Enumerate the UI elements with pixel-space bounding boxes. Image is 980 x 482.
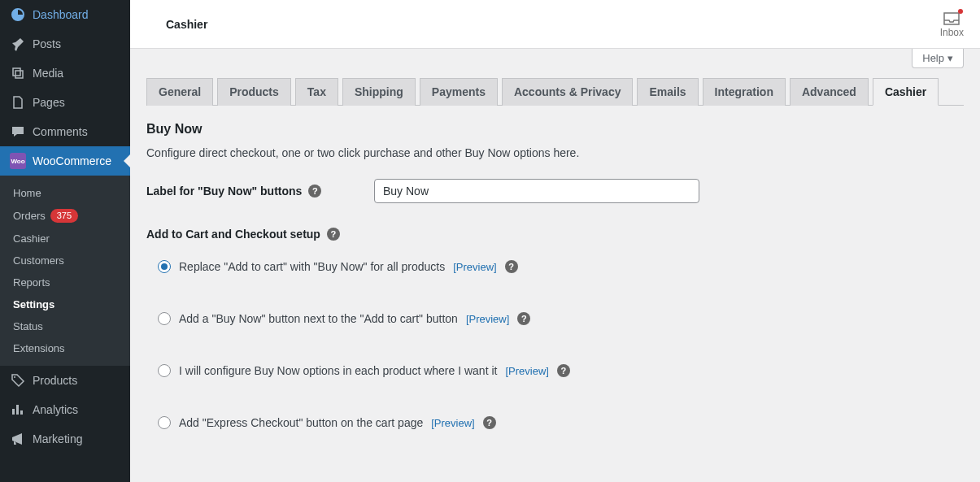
marketing-icon [10,431,26,447]
inbox-button[interactable]: Inbox [940,11,964,38]
pages-icon [10,94,26,111]
pin-icon [10,36,26,52]
submenu-item-label: Customers [13,254,64,267]
help-tab[interactable]: Help ▾ [912,49,964,68]
radio-label: Add "Express Checkout" button on the car… [179,416,423,429]
tab-shipping[interactable]: Shipping [342,78,416,106]
sidebar-item-pages[interactable]: Pages [0,88,130,117]
notification-dot-icon [958,9,963,14]
help-label: Help [922,52,944,64]
preview-link[interactable]: [Preview] [505,365,548,377]
tab-advanced[interactable]: Advanced [790,78,869,106]
settings-tabs: General Products Tax Shipping Payments A… [146,78,964,106]
sidebar-item-label: Dashboard [33,8,89,21]
sidebar-item-label: Media [33,67,63,80]
tab-emails[interactable]: Emails [637,78,698,106]
svg-point-0 [14,376,15,378]
header-bar: Cashier Inbox [130,0,980,49]
submenu-item-label: Status [13,320,43,332]
submenu-item-home[interactable]: Home [0,182,130,204]
sidebar-item-analytics[interactable]: Analytics [0,395,130,424]
radio-input[interactable] [158,312,171,325]
tab-accounts-privacy[interactable]: Accounts & Privacy [502,78,634,106]
submenu-item-orders[interactable]: Orders 375 [0,204,130,228]
analytics-icon [10,402,26,418]
main-content-area: Cashier Inbox Help ▾ General Products Ta… [130,0,980,482]
sidebar-item-label: Analytics [33,403,78,416]
help-tooltip-icon[interactable]: ? [557,364,570,377]
sidebar-item-label: Marketing [33,432,82,445]
admin-sidebar: Dashboard Posts Media Pages Comments Woo… [0,0,130,482]
submenu-item-label: Cashier [13,232,50,245]
buy-now-label-input[interactable] [374,179,699,203]
option-configure-per-product[interactable]: I will configure Buy Now options in each… [146,364,964,377]
submenu-item-status[interactable]: Status [0,315,130,337]
inbox-icon [942,11,961,27]
cart-setup-heading: Add to Cart and Checkout setup ? [146,228,964,241]
comments-icon [10,124,26,140]
tab-products[interactable]: Products [217,78,291,106]
sidebar-item-woocommerce[interactable]: Woo WooCommerce [0,146,130,176]
section-description: Configure direct checkout, one or two cl… [146,146,964,159]
submenu-item-settings[interactable]: Settings [0,293,130,315]
sidebar-item-media[interactable]: Media [0,59,130,88]
label-field-row: Label for "Buy Now" buttons ? [146,179,964,203]
dashboard-icon [10,7,26,23]
help-tooltip-icon[interactable]: ? [483,416,496,429]
woocommerce-icon: Woo [10,153,26,169]
preview-link[interactable]: [Preview] [466,313,509,325]
media-icon [10,65,26,81]
tab-general[interactable]: General [146,78,213,106]
submenu-item-label: Orders [13,210,46,222]
tab-cashier[interactable]: Cashier [873,78,939,106]
submenu-item-label: Extensions [13,342,65,354]
submenu-item-label: Settings [13,298,54,310]
help-tooltip-icon[interactable]: ? [327,228,340,241]
sidebar-item-marketing[interactable]: Marketing [0,424,130,454]
sidebar-item-comments[interactable]: Comments [0,117,130,146]
tab-integration[interactable]: Integration [703,78,786,106]
option-replace-add-to-cart[interactable]: Replace "Add to cart" with "Buy Now" for… [146,260,964,273]
submenu-item-reports[interactable]: Reports [0,271,130,293]
sidebar-item-label: Posts [33,37,61,50]
sidebar-item-products[interactable]: Products [0,366,130,395]
submenu-item-customers[interactable]: Customers [0,250,130,271]
sidebar-item-posts[interactable]: Posts [0,29,130,59]
sidebar-item-label: Products [33,374,77,387]
label-field-label: Label for "Buy Now" buttons ? [146,185,374,198]
preview-link[interactable]: [Preview] [453,261,496,273]
submenu-item-label: Reports [13,276,50,289]
help-tooltip-icon[interactable]: ? [517,312,530,325]
preview-link[interactable]: [Preview] [431,417,474,429]
help-tooltip-icon[interactable]: ? [505,260,518,273]
page-title: Cashier [166,18,207,31]
chevron-down-icon: ▾ [947,52,953,64]
products-icon [10,372,26,389]
radio-input[interactable] [158,416,171,429]
radio-label: I will configure Buy Now options in each… [179,364,497,377]
settings-panel: General Products Tax Shipping Payments A… [130,78,980,445]
option-express-checkout[interactable]: Add "Express Checkout" button on the car… [146,416,964,429]
orders-badge: 375 [50,209,78,223]
section-title: Buy Now [146,122,964,137]
woocommerce-submenu: Home Orders 375 Cashier Customers Report… [0,176,130,366]
inbox-label: Inbox [940,27,964,38]
tab-payments[interactable]: Payments [420,78,498,106]
tab-tax[interactable]: Tax [295,78,338,106]
radio-input[interactable] [158,260,171,273]
sidebar-item-label: Pages [33,96,65,109]
sidebar-item-label: Comments [33,125,88,138]
radio-label: Add a "Buy Now" button next to the "Add … [179,312,458,325]
option-add-buy-now-next[interactable]: Add a "Buy Now" button next to the "Add … [146,312,964,325]
buy-now-section: Buy Now Configure direct checkout, one o… [146,122,964,429]
submenu-item-extensions[interactable]: Extensions [0,337,130,359]
help-tab-wrap: Help ▾ [130,49,980,68]
sidebar-item-dashboard[interactable]: Dashboard [0,0,130,29]
help-tooltip-icon[interactable]: ? [308,185,321,198]
radio-label: Replace "Add to cart" with "Buy Now" for… [179,260,445,273]
radio-input[interactable] [158,364,171,377]
sidebar-item-label: WooCommerce [33,154,111,167]
submenu-item-cashier[interactable]: Cashier [0,228,130,250]
submenu-item-label: Home [13,187,41,199]
